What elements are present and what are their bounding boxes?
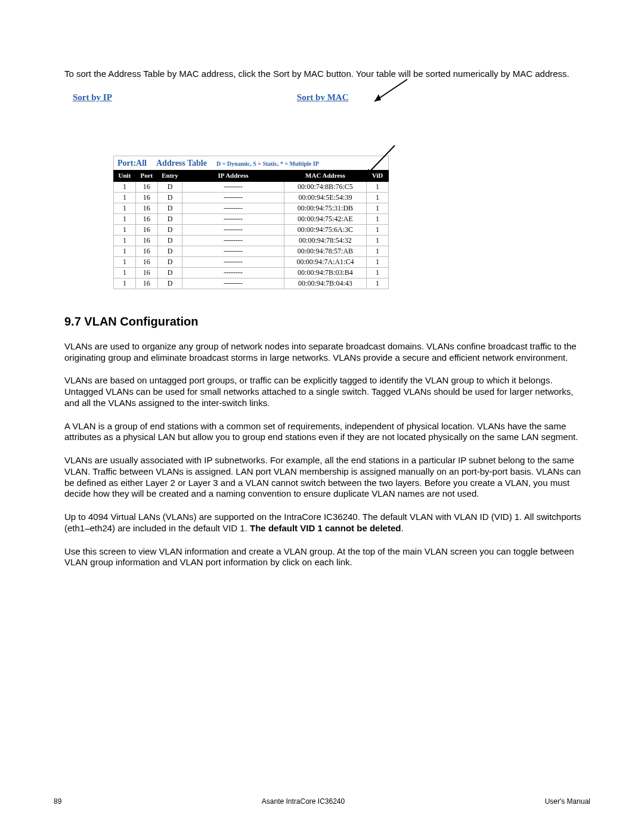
cell-unit: 1 <box>114 256 136 267</box>
cell-port: 16 <box>135 235 157 246</box>
address-table: Port:All Address Table D = Dynamic, S = … <box>113 156 389 289</box>
cell-vid: 1 <box>367 224 389 235</box>
cell-unit: 1 <box>114 267 136 278</box>
cell-unit: 1 <box>114 192 136 203</box>
p5-bold: The default VID 1 cannot be deleted <box>250 523 401 533</box>
cell-mac: 00:00:74:8B:76:C5 <box>284 181 366 192</box>
cell-unit: 1 <box>114 224 136 235</box>
cell-ip: -------- <box>182 256 284 267</box>
cell-mac: 00:00:94:7B:04:43 <box>284 278 366 289</box>
cell-vid: 1 <box>367 203 389 213</box>
vlan-paragraph-2: VLANs are based on untagged port groups,… <box>64 375 590 408</box>
cell-unit: 1 <box>114 235 136 246</box>
cell-port: 16 <box>135 192 157 203</box>
table-row: 116D--------00:00:74:8B:76:C51 <box>114 181 389 192</box>
cell-unit: 1 <box>114 181 136 192</box>
col-port: Port <box>135 171 157 182</box>
cell-vid: 1 <box>367 267 389 278</box>
cell-vid: 1 <box>367 278 389 289</box>
table-port-label: Port:All <box>117 158 147 169</box>
col-ip: IP Address <box>182 171 284 182</box>
cell-entry: D <box>157 203 182 213</box>
table-row: 116D--------00:00:94:7A:A1:C41 <box>114 256 389 267</box>
cell-entry: D <box>157 278 182 289</box>
intro-paragraph: To sort the Address Table by MAC address… <box>64 69 590 80</box>
table-row: 116D--------00:00:94:7B:04:431 <box>114 278 389 289</box>
cell-port: 16 <box>135 203 157 213</box>
sort-by-mac-link[interactable]: Sort by MAC <box>297 92 349 103</box>
cell-entry: D <box>157 213 182 224</box>
cell-unit: 1 <box>114 246 136 256</box>
cell-entry: D <box>157 181 182 192</box>
cell-port: 16 <box>135 181 157 192</box>
cell-mac: 00:00:94:7A:A1:C4 <box>284 256 366 267</box>
cell-mac: 00:00:94:78:57:AB <box>284 246 366 256</box>
p5-part-c: . <box>401 523 403 533</box>
table-row: 116D--------00:00:94:75:6A:3C1 <box>114 224 389 235</box>
cell-ip: -------- <box>182 213 284 224</box>
cell-ip: -------- <box>182 278 284 289</box>
table-row: 116D--------00:00:94:7B:03:B41 <box>114 267 389 278</box>
page-footer: 89 Asante IntraCore IC36240 User's Manua… <box>54 797 590 806</box>
col-entry: Entry <box>157 171 182 182</box>
cell-port: 16 <box>135 267 157 278</box>
cell-ip: -------- <box>182 181 284 192</box>
cell-port: 16 <box>135 278 157 289</box>
cell-entry: D <box>157 192 182 203</box>
table-row: 116D--------00:00:94:78:57:AB1 <box>114 246 389 256</box>
cell-port: 16 <box>135 246 157 256</box>
cell-entry: D <box>157 256 182 267</box>
cell-mac: 00:00:94:75:6A:3C <box>284 224 366 235</box>
footer-center-text: Asante IntraCore IC36240 <box>262 797 345 806</box>
cell-entry: D <box>157 235 182 246</box>
cell-port: 16 <box>135 256 157 267</box>
cell-port: 16 <box>135 213 157 224</box>
cell-vid: 1 <box>367 235 389 246</box>
cell-vid: 1 <box>367 192 389 203</box>
cell-mac: 00:00:94:78:54:32 <box>284 235 366 246</box>
footer-page-number: 89 <box>54 797 61 806</box>
cell-vid: 1 <box>367 213 389 224</box>
sort-by-ip-link[interactable]: Sort by IP <box>73 92 112 103</box>
cell-entry: D <box>157 246 182 256</box>
cell-mac: 00:00:94:75:31:DB <box>284 203 366 213</box>
cell-mac: 00:00:94:75:42:AE <box>284 213 366 224</box>
cell-entry: D <box>157 267 182 278</box>
cell-ip: -------- <box>182 267 284 278</box>
sort-links-row: Sort by IP Sort by MAC <box>73 92 590 103</box>
cell-ip: -------- <box>182 224 284 235</box>
cell-ip: -------- <box>182 246 284 256</box>
section-heading: 9.7 VLAN Configuration <box>64 314 590 329</box>
cell-unit: 1 <box>114 203 136 213</box>
cell-vid: 1 <box>367 181 389 192</box>
table-name-label: Address Table <box>156 158 207 169</box>
cell-ip: -------- <box>182 192 284 203</box>
vlan-paragraph-6: Use this screen to view VLAN information… <box>64 546 590 569</box>
vlan-paragraph-3: A VLAN is a group of end stations with a… <box>64 421 590 444</box>
cell-vid: 1 <box>367 256 389 267</box>
table-row: 116D--------00:00:94:5E:54:391 <box>114 192 389 203</box>
address-table-header-row: Unit Port Entry IP Address MAC Address V… <box>114 171 389 182</box>
vlan-paragraph-5: Up to 4094 Virtual LANs (VLANs) are supp… <box>64 512 590 534</box>
table-row: 116D--------00:00:94:75:31:DB1 <box>114 203 389 213</box>
footer-right-text: User's Manual <box>545 797 590 806</box>
cell-entry: D <box>157 224 182 235</box>
vlan-paragraph-4: VLANs are usually associated with IP sub… <box>64 455 590 500</box>
table-row: 116D--------00:00:94:78:54:321 <box>114 235 389 246</box>
vlan-paragraph-1: VLANs are used to organize any group of … <box>64 341 590 364</box>
cell-ip: -------- <box>182 235 284 246</box>
table-legend-label: D = Dynamic, S = Static, * = Multiple IP <box>216 160 319 168</box>
col-mac: MAC Address <box>284 171 366 182</box>
cell-unit: 1 <box>114 213 136 224</box>
col-vid: ViD <box>367 171 389 182</box>
cell-vid: 1 <box>367 246 389 256</box>
col-unit: Unit <box>114 171 136 182</box>
table-row: 116D--------00:00:94:75:42:AE1 <box>114 213 389 224</box>
cell-unit: 1 <box>114 278 136 289</box>
cell-ip: -------- <box>182 203 284 213</box>
address-table-title-bar: Port:All Address Table D = Dynamic, S = … <box>113 156 389 171</box>
cell-mac: 00:00:94:7B:03:B4 <box>284 267 366 278</box>
cell-mac: 00:00:94:5E:54:39 <box>284 192 366 203</box>
cell-port: 16 <box>135 224 157 235</box>
